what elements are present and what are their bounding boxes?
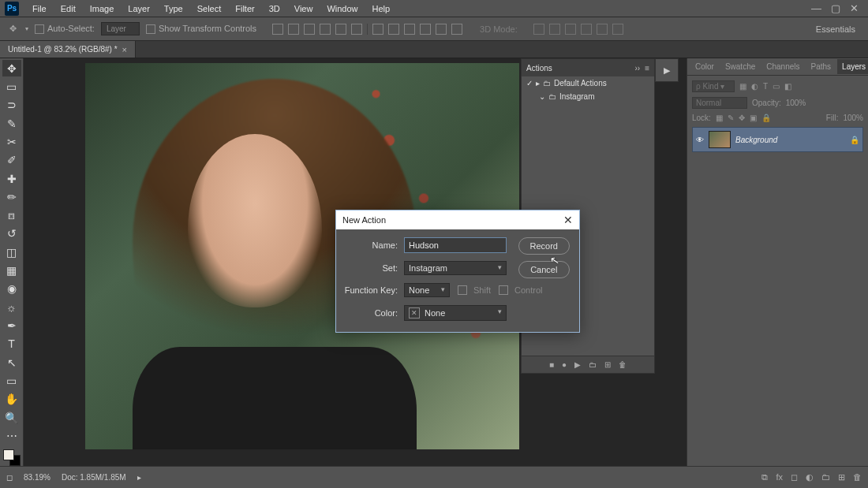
menu-image[interactable]: Image (83, 2, 122, 16)
action-name-input[interactable] (404, 237, 507, 253)
distribute-bottom-icon[interactable] (404, 24, 415, 35)
layer-group-icon[interactable]: 🗀 (821, 472, 830, 482)
window-close-icon[interactable]: ✕ (850, 2, 859, 14)
pen-tool[interactable]: ✒ (2, 317, 21, 333)
doc-info[interactable]: Doc: 1.85M/1.85M (62, 473, 126, 482)
move-tool[interactable]: ✥ (2, 60, 21, 76)
document-tab[interactable]: Untitled-1 @ 83.2% (RGB/8#) * × (0, 41, 136, 58)
cancel-button[interactable]: Cancel (518, 261, 570, 278)
menu-edit[interactable]: Edit (54, 2, 83, 16)
stop-icon[interactable]: ■ (549, 360, 554, 369)
type-tool[interactable]: T (2, 336, 21, 352)
path-select-tool[interactable]: ↖ (2, 354, 21, 371)
fill-value[interactable]: 100% (843, 114, 863, 122)
blend-mode-dropdown[interactable]: Normal (692, 97, 747, 109)
link-layers-icon[interactable]: ⧉ (761, 472, 768, 482)
action-set-default[interactable]: ✓ ▸ 🗀 Default Actions (522, 76, 654, 90)
dodge-tool[interactable]: ☼ (2, 299, 21, 315)
lasso-tool[interactable]: ⊃ (2, 97, 21, 114)
menu-help[interactable]: Help (365, 2, 398, 16)
shape-tool[interactable]: ▭ (2, 372, 21, 389)
filter-smart-icon[interactable]: ◧ (784, 82, 791, 91)
menu-layer[interactable]: Layer (121, 2, 157, 16)
layer-lock-icon[interactable]: 🔒 (850, 136, 859, 144)
layer-name-label[interactable]: Background (735, 136, 777, 144)
distribute-vcenter-icon[interactable] (388, 24, 399, 35)
actions-panel-collapse-icon[interactable]: ›› (634, 64, 640, 73)
layer-filter-kind[interactable]: ρ Kind ▾ (692, 80, 735, 92)
layer-thumbnail[interactable] (709, 131, 731, 148)
tab-paths[interactable]: Paths (806, 59, 836, 74)
marquee-tool[interactable]: ▭ (2, 78, 21, 95)
filter-pixel-icon[interactable]: ▦ (739, 82, 746, 91)
toggle-dialog-icon[interactable]: ▸ (536, 79, 540, 88)
gradient-tool[interactable]: ▦ (2, 262, 21, 278)
menu-window[interactable]: Window (320, 2, 365, 16)
filter-shape-icon[interactable]: ▭ (773, 82, 780, 91)
distribute-hcenter-icon[interactable] (436, 24, 447, 35)
record-icon[interactable]: ● (562, 360, 567, 369)
function-key-dropdown[interactable]: None (404, 283, 450, 297)
new-layer-icon[interactable]: ⊞ (838, 472, 845, 482)
auto-select-target-dropdown[interactable]: Layer (101, 22, 140, 35)
foreground-background-swatch[interactable] (3, 449, 21, 466)
shift-checkbox[interactable]: Shift (458, 285, 491, 295)
align-controls[interactable] (272, 24, 462, 35)
adjustment-layer-icon[interactable]: ◐ (806, 472, 814, 482)
delete-layer-icon[interactable]: 🗑 (853, 472, 862, 482)
crop-tool[interactable]: ✂ (2, 133, 21, 150)
menu-3d[interactable]: 3D (262, 2, 287, 16)
blur-tool[interactable]: ◉ (2, 281, 21, 297)
lock-position-icon[interactable]: ✥ (739, 114, 745, 122)
menu-view[interactable]: View (287, 2, 320, 16)
window-minimize-icon[interactable]: — (811, 2, 821, 14)
layer-visibility-icon[interactable]: 👁 (696, 136, 704, 144)
move-tool-dropdown-icon[interactable]: ▾ (25, 25, 28, 32)
record-button[interactable]: Record (518, 237, 570, 255)
quick-mask-icon[interactable]: ◻ (6, 473, 13, 482)
action-color-dropdown[interactable]: ✕ None (404, 305, 507, 321)
tab-channels[interactable]: Channels (761, 59, 804, 74)
distribute-left-icon[interactable] (420, 24, 431, 35)
opacity-value[interactable]: 100% (786, 99, 806, 107)
document-tab-close-icon[interactable]: × (122, 45, 127, 54)
menu-type[interactable]: Type (157, 2, 190, 16)
doc-info-dropdown-icon[interactable]: ▸ (137, 473, 141, 482)
layer-fx-icon[interactable]: fx (776, 472, 783, 482)
distribute-right-icon[interactable] (451, 24, 462, 35)
tab-swatches[interactable]: Swatche (720, 59, 760, 74)
tab-color[interactable]: Color (690, 59, 719, 74)
show-transform-checkbox[interactable]: Show Transform Controls (146, 24, 256, 34)
layer-mask-icon[interactable]: ◻ (791, 472, 798, 482)
trash-icon[interactable]: 🗑 (619, 360, 627, 369)
dialog-close-icon[interactable]: ✕ (563, 214, 573, 226)
menu-filter[interactable]: Filter (228, 2, 261, 16)
new-action-icon[interactable]: ⊞ (604, 360, 611, 369)
tab-layers[interactable]: Layers (837, 59, 868, 74)
clone-stamp-tool[interactable]: ⧈ (2, 207, 21, 224)
layer-background[interactable]: 👁 Background 🔒 (692, 127, 863, 152)
actions-panel-menu-icon[interactable]: ≡ (645, 64, 649, 73)
lock-artboard-icon[interactable]: ▣ (750, 114, 757, 122)
action-set-dropdown[interactable]: Instagram (404, 261, 507, 275)
edit-toolbar[interactable]: ⋯ (2, 427, 21, 444)
align-top-icon[interactable] (272, 24, 283, 35)
lock-transparent-icon[interactable]: ▦ (716, 114, 723, 122)
workspace-switcher[interactable]: Essentials (810, 23, 862, 35)
align-left-icon[interactable] (320, 24, 331, 35)
filter-adjust-icon[interactable]: ◐ (751, 82, 758, 91)
lock-pixels-icon[interactable]: ✎ (728, 114, 734, 122)
spot-heal-tool[interactable]: ✚ (2, 170, 21, 187)
collapsed-panel-play-icon[interactable]: ▶ (655, 58, 679, 82)
brush-tool[interactable]: ✏ (2, 188, 21, 205)
play-icon[interactable]: ▶ (574, 360, 581, 369)
zoom-level[interactable]: 83.19% (24, 473, 51, 482)
eraser-tool[interactable]: ◫ (2, 244, 21, 260)
quick-select-tool[interactable]: ✎ (2, 115, 21, 132)
zoom-tool[interactable]: 🔍 (2, 409, 21, 426)
align-vcenter-icon[interactable] (288, 24, 299, 35)
filter-type-icon[interactable]: T (763, 82, 768, 91)
hand-tool[interactable]: ✋ (2, 391, 21, 408)
foreground-color-swatch[interactable] (3, 449, 14, 460)
chevron-down-icon[interactable]: ⌄ (539, 92, 545, 101)
